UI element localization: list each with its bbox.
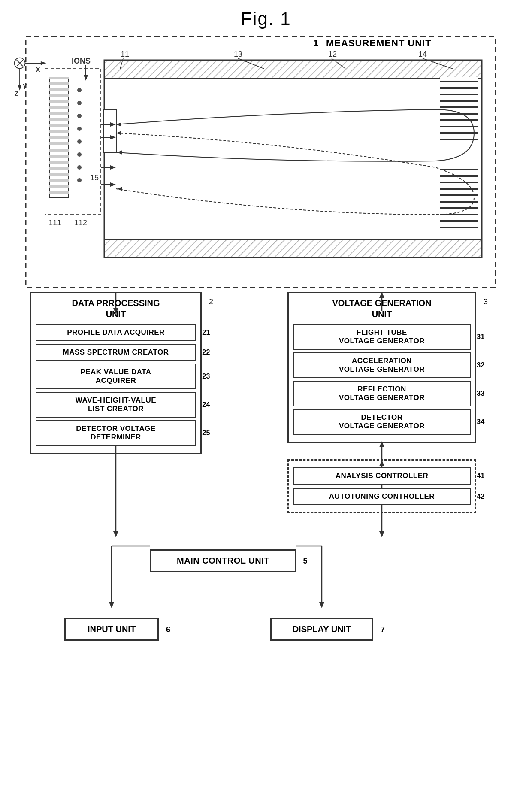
svg-rect-13 <box>104 60 482 78</box>
autotuning-controller: AUTOTUNING CONTROLLER 42 <box>293 488 471 505</box>
svg-text:14: 14 <box>418 50 427 58</box>
svg-marker-91 <box>319 602 324 608</box>
svg-point-48 <box>77 178 82 182</box>
svg-point-45 <box>77 139 82 144</box>
flight-tube-voltage-generator: FLIGHT TUBEVOLTAGE GENERATOR 31 <box>293 324 471 350</box>
figure-title: Fig. 1 <box>9 9 523 29</box>
svg-text:11: 11 <box>121 50 129 58</box>
detector-voltage-generator: DETECTORVOLTAGE GENERATOR 34 <box>293 409 471 435</box>
detector-voltage-determiner: DETECTOR VOLTAGEDETERMINER 25 <box>36 420 196 446</box>
svg-text:13: 13 <box>234 50 242 58</box>
svg-point-46 <box>77 152 82 157</box>
svg-rect-49 <box>103 109 116 152</box>
analysis-controller-box: ANALYSIS CONTROLLER 41 AUTOTUNING CONTRO… <box>287 459 476 513</box>
vgu-title: VOLTAGE GENERATIONUNIT <box>293 297 471 320</box>
svg-rect-26 <box>440 167 478 232</box>
svg-marker-85 <box>379 531 384 537</box>
peak-value-data-acquirer: PEAK VALUE DATAACQUIRER 23 <box>36 364 196 389</box>
svg-point-43 <box>77 114 82 118</box>
svg-marker-64 <box>84 75 88 81</box>
svg-rect-11 <box>104 60 482 258</box>
display-unit: DISPLAY UNIT 7 <box>270 618 373 641</box>
mass-spectrum-creator: MASS SPECTRUM CREATOR 22 <box>36 344 196 361</box>
wave-height-list-creator: WAVE-HEIGHT-VALUELIST CREATOR 24 <box>36 392 196 418</box>
input-unit: INPUT UNIT 6 <box>64 618 159 641</box>
svg-marker-4 <box>18 85 22 91</box>
svg-point-44 <box>77 127 82 131</box>
svg-rect-15 <box>440 77 478 142</box>
svg-marker-88 <box>109 602 114 608</box>
svg-text:111: 111 <box>48 218 61 227</box>
svg-text:12: 12 <box>328 50 337 58</box>
voltage-generation-unit: VOLTAGE GENERATIONUNIT 3 FLIGHT TUBEVOLT… <box>287 292 476 443</box>
dpu-number: 2 <box>209 297 213 306</box>
svg-rect-14 <box>104 239 482 258</box>
profile-data-acquirer: PROFILE DATA ACQUIRER 21 <box>36 324 196 341</box>
analysis-controller: ANALYSIS CONTROLLER 41 <box>293 467 471 485</box>
svg-marker-81 <box>113 531 118 537</box>
data-processing-unit: DATA PRROCESSINGUNIT 2 PROFILE DATA ACQU… <box>30 292 202 454</box>
svg-point-41 <box>77 88 82 92</box>
svg-text:Z: Z <box>15 90 19 97</box>
svg-rect-40 <box>49 77 69 197</box>
svg-point-47 <box>77 165 82 170</box>
svg-text:112: 112 <box>74 218 87 227</box>
main-control-unit: MAIN CONTROL UNIT 5 <box>150 549 296 572</box>
svg-point-42 <box>77 101 82 105</box>
reflection-voltage-generator: REFLECTIONVOLTAGE GENERATOR 33 <box>293 381 471 406</box>
vgu-number: 3 <box>484 297 488 306</box>
page: Fig. 1 Z X Y 1 MEASUREMENT UNIT <box>0 0 532 788</box>
svg-text:15: 15 <box>90 173 99 182</box>
svg-text:IONS: IONS <box>72 57 91 65</box>
dpu-title: DATA PRROCESSINGUNIT <box>36 297 196 320</box>
diagram-svg: IONS 11 13 12 14 15 111 112 <box>24 34 500 290</box>
acceleration-voltage-generator: ACCELERATIONVOLTAGE GENERATOR 32 <box>293 352 471 378</box>
